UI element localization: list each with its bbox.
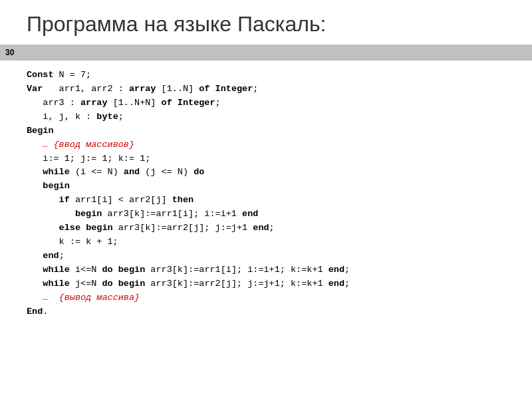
code-block: Const N = 7;Var arr1, arr2 : array [1..N… bbox=[27, 68, 505, 319]
code-line: End. bbox=[27, 305, 505, 319]
slide-number: 30 bbox=[5, 48, 14, 57]
code-line: while i<=N do begin arr3[k]:=arr1[i]; i:… bbox=[27, 263, 505, 277]
content-area: Const N = 7;Var arr1, arr2 : array [1..N… bbox=[0, 61, 532, 399]
keyword: begin bbox=[118, 279, 146, 289]
keyword: else bbox=[59, 223, 80, 233]
keyword: byte bbox=[96, 112, 118, 122]
keyword: and bbox=[124, 167, 140, 177]
page-title: Программа на языке Паскаль: bbox=[27, 12, 505, 37]
keyword: Var bbox=[27, 84, 43, 94]
code-line: else begin arr3[k]:=arr2[j]; j:=j+1 end; bbox=[27, 221, 505, 235]
keyword: end bbox=[253, 223, 269, 233]
code-line: if arr1[i] < arr2[j] then bbox=[27, 194, 505, 207]
keyword: Const bbox=[27, 70, 54, 80]
code-line: … {вывод массива} bbox=[27, 291, 505, 305]
keyword: end bbox=[329, 279, 344, 289]
keyword: then bbox=[172, 195, 194, 205]
code-line: while (i <= N) and (j <= N) do bbox=[27, 166, 505, 180]
keyword: begin bbox=[75, 209, 102, 219]
code-line: Var arr1, arr2 : array [1..N] of Integer… bbox=[27, 82, 505, 96]
code-line: begin bbox=[27, 180, 505, 194]
keyword: do bbox=[102, 279, 112, 289]
code-line: i, j, k : byte; bbox=[27, 110, 505, 124]
code-line: k := k + 1; bbox=[27, 235, 505, 249]
code-line: i:= 1; j:= 1; k:= 1; bbox=[27, 152, 505, 166]
keyword: while bbox=[43, 167, 70, 177]
comment: … {ввод массивов} bbox=[43, 140, 134, 150]
keyword: do bbox=[194, 167, 204, 177]
keyword: end bbox=[43, 251, 59, 261]
keyword: end bbox=[242, 209, 258, 219]
code-line: end; bbox=[27, 249, 505, 263]
code-line: … {ввод массивов} bbox=[27, 138, 505, 152]
keyword: begin bbox=[86, 223, 113, 233]
code-line: Const N = 7; bbox=[27, 68, 505, 82]
slide-number-bar: 30 bbox=[0, 45, 532, 61]
title-section: Программа на языке Паскаль: bbox=[0, 0, 532, 45]
keyword: Integer bbox=[178, 98, 215, 108]
code-line: begin arr3[k]:=arr1[i]; i:=i+1 end bbox=[27, 207, 505, 221]
keyword: end bbox=[329, 265, 344, 275]
page: Программа на языке Паскаль: 30 Const N =… bbox=[0, 0, 532, 399]
keyword: array bbox=[129, 84, 156, 94]
keyword: Begin bbox=[27, 126, 54, 136]
keyword: Integer bbox=[215, 84, 253, 94]
code-line: Begin bbox=[27, 124, 505, 138]
keyword: while bbox=[43, 265, 70, 275]
keyword: array bbox=[80, 98, 108, 108]
keyword: begin bbox=[43, 181, 70, 191]
keyword: while bbox=[43, 279, 70, 289]
keyword: do bbox=[102, 265, 112, 275]
code-line: while j<=N do begin arr3[k]:=arr2[j]; j:… bbox=[27, 277, 505, 291]
keyword: of bbox=[199, 84, 209, 94]
keyword: if bbox=[59, 195, 70, 205]
comment: … {вывод массива} bbox=[43, 293, 140, 303]
keyword: of bbox=[162, 98, 172, 108]
keyword: End bbox=[27, 307, 43, 317]
code-line: arr3 : array [1..N+N] of Integer; bbox=[27, 96, 505, 110]
keyword: begin bbox=[118, 265, 146, 275]
